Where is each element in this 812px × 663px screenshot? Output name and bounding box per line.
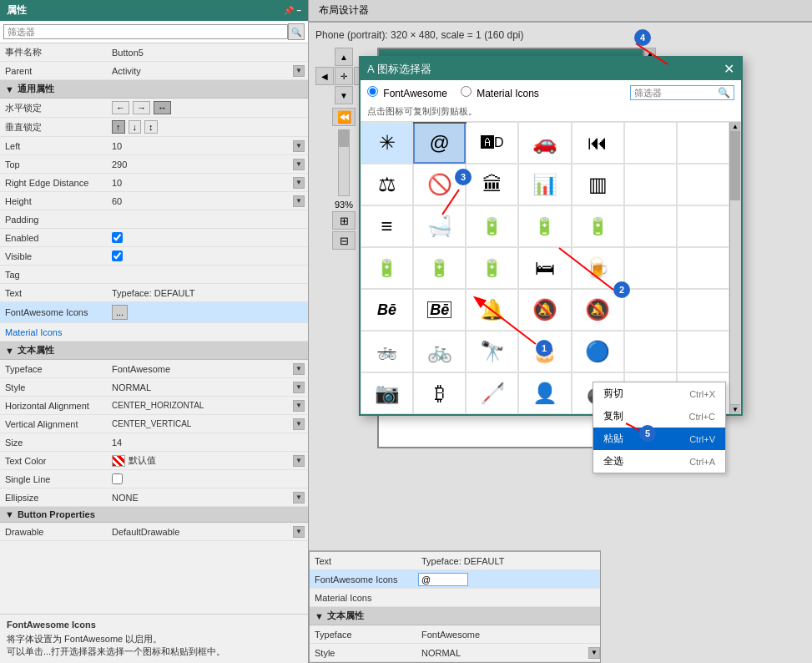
icon-empty9[interactable] [624, 289, 677, 331]
properties-panel: 属性 📌 – 🔍 事件名称 Button5 Parent Activit [0, 0, 309, 663]
fontawesome-ellipsis-btn[interactable]: ... [112, 305, 128, 320]
valignment-dropdown[interactable]: ▼ [293, 418, 305, 430]
icon-barchart[interactable]: 📊 [518, 164, 571, 205]
icon-book[interactable]: 📷 [361, 372, 413, 414]
icon-empty2[interactable] [677, 122, 729, 164]
icon-empty8[interactable] [677, 247, 729, 289]
drawable-dropdown[interactable]: ▼ [293, 526, 305, 538]
halign-left-btn[interactable]: ← [112, 101, 129, 114]
icon-bold[interactable]: 👤 [518, 372, 571, 414]
zoom-export-btn[interactable]: ⊟ [332, 231, 356, 250]
icon-ad[interactable]: 🅰D [466, 122, 518, 164]
dialog-search-input[interactable] [631, 86, 714, 99]
icon-blind[interactable]: 🦯 [466, 372, 518, 414]
parent-dropdown[interactable]: ▼ [293, 65, 305, 77]
nav-center-btn[interactable]: ✛ [335, 67, 353, 85]
context-selectall[interactable]: 全选 Ctrl+A [593, 450, 725, 473]
icon-asterisk[interactable]: ✳ [361, 122, 413, 164]
nav-left-btn[interactable]: ◀ [315, 67, 334, 85]
icon-bicycle-off[interactable]: 🚲 [361, 331, 413, 372]
valign-top-btn[interactable]: ↑ [112, 120, 125, 134]
prop-label-size: Size [0, 436, 108, 449]
icon-battery-empty[interactable]: 🔋 [466, 205, 518, 247]
icon-car[interactable]: 🚗 [518, 122, 571, 164]
icon-empty10[interactable] [677, 289, 729, 331]
icon-empty11[interactable] [624, 331, 677, 372]
right-edge-dropdown[interactable]: ▼ [293, 177, 305, 189]
minimize-icon[interactable]: – [296, 6, 301, 15]
icon-bluetooth[interactable]: 🔵 [572, 331, 624, 372]
icon-bell[interactable]: 🔔 [466, 289, 518, 331]
icon-battery-3q[interactable]: 🔋 [361, 247, 413, 289]
icon-empty1[interactable] [624, 122, 677, 164]
icon-grid: ✳ @ at (0xF1FA) 🅰D 🚗 ⏮ [361, 122, 729, 414]
prop-label-parent: Parent [0, 64, 108, 78]
icon-bicycle[interactable]: 🚲 [413, 331, 466, 372]
visible-checkbox[interactable] [112, 251, 123, 261]
icon-behance[interactable]: Bē [361, 289, 413, 331]
icon-bars[interactable]: ≡ [361, 205, 413, 247]
icon-bed[interactable]: 🛏 [518, 247, 571, 289]
left-dropdown[interactable]: ▼ [293, 140, 305, 152]
mini-style-dropdown[interactable]: ▼ [588, 647, 600, 659]
prop-val-left: 10 ▼ [108, 139, 308, 154]
prop-label-textcolor: Text Color [0, 454, 108, 468]
search-input[interactable] [3, 24, 288, 39]
mini-prop-typeface: Typeface FontAwesome [310, 625, 600, 644]
icon-empty3[interactable] [624, 164, 677, 205]
icon-battery-q[interactable]: 🔋 [413, 247, 466, 289]
icon-empty6[interactable] [677, 205, 729, 247]
icon-empty7[interactable] [624, 247, 677, 289]
mini-fontawesome-input[interactable] [418, 573, 468, 586]
context-copy[interactable]: 复制 Ctrl+C [593, 405, 725, 428]
icon-bank[interactable]: 🏛 [466, 164, 518, 205]
context-paste[interactable]: 粘贴 Ctrl+V [593, 428, 725, 450]
typeface-dropdown[interactable]: ▼ [293, 363, 305, 375]
icon-binoculars[interactable]: 🔭 [466, 331, 518, 372]
icon-empty4[interactable] [677, 164, 729, 205]
ellipsize-dropdown[interactable]: ▼ [293, 492, 305, 504]
enabled-checkbox[interactable] [112, 232, 123, 243]
icon-bath[interactable]: 🛁 [413, 205, 466, 247]
zoom-fit-btn[interactable]: ⊞ [332, 211, 356, 230]
icon-behance-sq[interactable]: Bē [413, 289, 466, 331]
dialog-close-btn[interactable]: ✕ [724, 61, 734, 77]
icon-bell-o[interactable]: 🔕 [518, 289, 571, 331]
radio-material[interactable] [461, 86, 472, 97]
icon-rewind[interactable]: ⏮ [572, 122, 624, 164]
nav-up-btn[interactable]: ▲ [335, 48, 353, 66]
nav-down-btn[interactable]: ▼ [335, 86, 353, 104]
icon-battery-2q[interactable]: 🔋 [466, 247, 518, 289]
grid-scroll-down[interactable]: ▼ [730, 404, 740, 414]
valign-bottom-btn[interactable]: ↓ [129, 120, 142, 134]
icon-battery-full[interactable]: 🔋 [518, 205, 571, 247]
context-cut[interactable]: 剪切 Ctrl+X [593, 382, 725, 405]
valign-both-btn[interactable]: ↕ [144, 120, 158, 134]
radio-fontawesome[interactable] [367, 86, 378, 97]
singleline-checkbox[interactable] [112, 473, 123, 484]
grid-scroll-up[interactable]: ▲ [730, 122, 740, 132]
height-dropdown[interactable]: ▼ [293, 195, 305, 207]
textcolor-dropdown[interactable]: ▼ [293, 455, 305, 467]
icon-balance[interactable]: ⚖ [361, 164, 413, 205]
designer-tab[interactable]: 布局设计器 [309, 0, 812, 23]
icon-at[interactable]: @ at (0xF1FA) [413, 122, 466, 164]
search-button[interactable]: 🔍 [288, 23, 305, 40]
prop-label-enabled: Enabled [0, 231, 108, 245]
rewind-btn[interactable]: ⏪ [332, 108, 356, 126]
icon-empty5[interactable] [624, 205, 677, 247]
icon-battery-half[interactable]: 🔋 [572, 205, 624, 247]
halign-both-btn[interactable]: ↔ [154, 101, 171, 114]
halign-right-btn[interactable]: → [133, 101, 150, 114]
radio-fontawesome-label[interactable]: FontAwesome [367, 86, 447, 99]
style-dropdown[interactable]: ▼ [293, 382, 305, 393]
icon-barcode[interactable]: ▥ [572, 164, 624, 205]
top-dropdown[interactable]: ▼ [293, 159, 305, 170]
halignment-dropdown[interactable]: ▼ [293, 400, 305, 412]
radio-material-label[interactable]: Material Icons [461, 86, 539, 99]
mini-label-text: Text [310, 554, 418, 568]
icon-empty12[interactable] [677, 331, 729, 372]
prop-label-halign: 水平锁定 [0, 100, 108, 116]
icon-bitcoin[interactable]: ₿ [413, 372, 466, 414]
color-swatch[interactable] [112, 455, 125, 467]
